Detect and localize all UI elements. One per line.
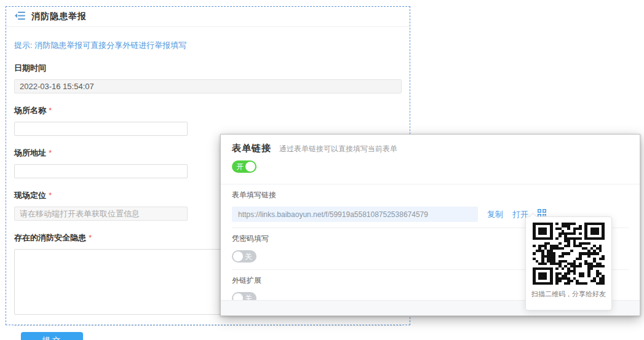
location-field[interactable]	[14, 207, 188, 221]
collapse-menu-icon[interactable]	[15, 11, 25, 22]
datetime-field[interactable]	[14, 79, 402, 93]
toggle-knob	[233, 251, 243, 261]
place-name-field[interactable]	[14, 122, 188, 136]
required-mark: *	[89, 233, 92, 242]
toggle-knob	[245, 162, 255, 172]
required-mark: *	[49, 191, 52, 200]
toggle-off-label: 关	[245, 252, 252, 261]
submit-divider	[14, 325, 402, 326]
submit-button[interactable]: 提交	[21, 332, 83, 340]
form-link-toggle[interactable]: 开	[232, 160, 256, 173]
place-address-field[interactable]	[14, 164, 188, 178]
panel-header: 消防隐患举报	[6, 7, 410, 27]
form-link-input[interactable]	[232, 207, 478, 222]
toggle-on-label: 开	[236, 162, 244, 171]
qr-code-image	[533, 223, 605, 285]
qr-code-popover: 扫描二维码，分享给好友	[525, 216, 612, 310]
share-hint-text: 提示: 消防隐患举报可直接分享外链进行举报填写	[14, 40, 402, 51]
password-toggle[interactable]: 关	[232, 250, 256, 263]
datetime-label: 日期时间	[14, 63, 402, 74]
page-title: 消防隐患举报	[31, 11, 87, 22]
required-mark: *	[49, 106, 52, 115]
copy-link-button[interactable]: 复制	[487, 209, 503, 220]
place-name-label: 场所名称*	[14, 105, 402, 116]
link-label: 表单填写链接	[232, 190, 629, 200]
qr-caption: 扫描二维码，分享给好友	[526, 290, 611, 299]
required-mark: *	[49, 148, 52, 157]
modal-subtitle: 通过表单链接可以直接填写当前表单	[279, 144, 397, 154]
modal-title: 表单链接	[232, 143, 271, 154]
modal-header: 表单链接 通过表单链接可以直接填写当前表单 开	[221, 135, 640, 184]
